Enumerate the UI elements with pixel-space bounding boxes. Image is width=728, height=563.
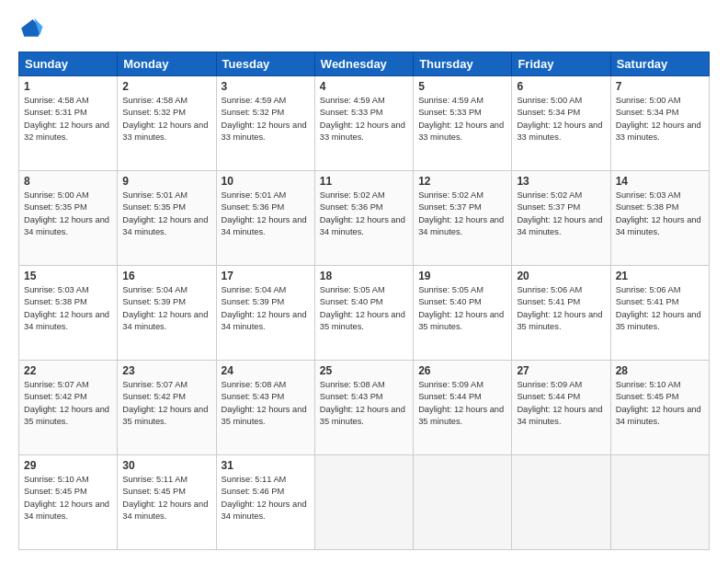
day-number: 28: [616, 364, 704, 377]
calendar-cell: 27Sunrise: 5:09 AMSunset: 5:44 PMDayligh…: [512, 361, 610, 455]
day-info: Sunrise: 5:02 AMSunset: 5:37 PMDaylight:…: [517, 190, 605, 239]
day-info: Sunrise: 5:04 AMSunset: 5:39 PMDaylight:…: [122, 284, 210, 334]
day-info: Sunrise: 4:59 AMSunset: 5:33 PMDaylight:…: [418, 95, 506, 144]
day-info: Sunrise: 5:05 AMSunset: 5:40 PMDaylight:…: [320, 284, 408, 334]
day-info: Sunrise: 5:00 AMSunset: 5:34 PMDaylight:…: [616, 95, 704, 144]
day-number: 12: [418, 175, 506, 188]
calendar-cell: [314, 455, 413, 550]
header: [18, 17, 710, 42]
calendar-cell: 3Sunrise: 4:59 AMSunset: 5:32 PMDaylight…: [216, 76, 314, 171]
day-number: 10: [222, 175, 310, 188]
day-number: 15: [24, 270, 112, 282]
day-info: Sunrise: 5:11 AMSunset: 5:45 PMDaylight:…: [122, 474, 210, 523]
calendar-cell: 22Sunrise: 5:07 AMSunset: 5:42 PMDayligh…: [19, 361, 118, 455]
day-number: 16: [122, 270, 210, 282]
calendar-cell: 29Sunrise: 5:10 AMSunset: 5:45 PMDayligh…: [19, 455, 118, 550]
calendar-cell: [610, 455, 709, 550]
day-info: Sunrise: 5:03 AMSunset: 5:38 PMDaylight:…: [616, 190, 704, 239]
calendar-cell: 21Sunrise: 5:06 AMSunset: 5:41 PMDayligh…: [610, 266, 709, 361]
day-number: 3: [222, 80, 310, 93]
day-info: Sunrise: 5:07 AMSunset: 5:42 PMDaylight:…: [122, 379, 210, 429]
day-info: Sunrise: 5:08 AMSunset: 5:43 PMDaylight:…: [222, 379, 310, 429]
day-info: Sunrise: 5:00 AMSunset: 5:34 PMDaylight:…: [517, 95, 605, 144]
day-number: 20: [517, 270, 605, 282]
day-number: 13: [517, 175, 605, 188]
calendar-cell: 5Sunrise: 4:59 AMSunset: 5:33 PMDaylight…: [414, 76, 512, 171]
calendar-cell: 15Sunrise: 5:03 AMSunset: 5:38 PMDayligh…: [19, 266, 118, 361]
day-info: Sunrise: 5:09 AMSunset: 5:44 PMDaylight:…: [418, 379, 506, 429]
day-number: 17: [222, 270, 310, 282]
day-info: Sunrise: 5:11 AMSunset: 5:46 PMDaylight:…: [222, 474, 310, 523]
calendar: SundayMondayTuesdayWednesdayThursdayFrid…: [18, 52, 710, 550]
day-number: 18: [320, 270, 408, 282]
day-info: Sunrise: 4:59 AMSunset: 5:32 PMDaylight:…: [222, 95, 310, 144]
calendar-cell: 26Sunrise: 5:09 AMSunset: 5:44 PMDayligh…: [414, 361, 512, 455]
day-number: 23: [122, 364, 210, 377]
day-number: 8: [24, 175, 112, 188]
logo: [18, 17, 48, 42]
weekday-header: Monday: [118, 52, 216, 76]
calendar-cell: 10Sunrise: 5:01 AMSunset: 5:36 PMDayligh…: [216, 171, 314, 266]
day-info: Sunrise: 5:06 AMSunset: 5:41 PMDaylight:…: [517, 284, 605, 334]
day-info: Sunrise: 5:09 AMSunset: 5:44 PMDaylight:…: [517, 379, 605, 429]
day-info: Sunrise: 5:00 AMSunset: 5:35 PMDaylight:…: [24, 190, 112, 239]
calendar-cell: 1Sunrise: 4:58 AMSunset: 5:31 PMDaylight…: [19, 76, 118, 171]
page: SundayMondayTuesdayWednesdayThursdayFrid…: [0, 0, 728, 563]
calendar-cell: 6Sunrise: 5:00 AMSunset: 5:34 PMDaylight…: [512, 76, 610, 171]
day-number: 14: [616, 175, 704, 188]
calendar-cell: 9Sunrise: 5:01 AMSunset: 5:35 PMDaylight…: [118, 171, 216, 266]
calendar-cell: 28Sunrise: 5:10 AMSunset: 5:45 PMDayligh…: [610, 361, 709, 455]
calendar-cell: [414, 455, 512, 550]
day-number: 9: [122, 175, 210, 188]
calendar-cell: 23Sunrise: 5:07 AMSunset: 5:42 PMDayligh…: [118, 361, 216, 455]
weekday-header: Friday: [512, 52, 610, 76]
day-number: 5: [418, 80, 506, 93]
day-info: Sunrise: 5:03 AMSunset: 5:38 PMDaylight:…: [24, 284, 112, 334]
calendar-cell: 8Sunrise: 5:00 AMSunset: 5:35 PMDaylight…: [19, 171, 118, 266]
calendar-cell: 2Sunrise: 4:58 AMSunset: 5:32 PMDaylight…: [118, 76, 216, 171]
day-info: Sunrise: 5:04 AMSunset: 5:39 PMDaylight:…: [222, 284, 310, 334]
day-info: Sunrise: 5:02 AMSunset: 5:36 PMDaylight:…: [320, 190, 408, 239]
day-number: 21: [616, 270, 704, 282]
calendar-cell: 25Sunrise: 5:08 AMSunset: 5:43 PMDayligh…: [314, 361, 413, 455]
day-number: 31: [222, 459, 310, 472]
weekday-header: Wednesday: [314, 52, 413, 76]
day-info: Sunrise: 4:59 AMSunset: 5:33 PMDaylight:…: [320, 95, 408, 144]
day-info: Sunrise: 4:58 AMSunset: 5:31 PMDaylight:…: [24, 95, 112, 144]
day-number: 27: [517, 364, 605, 377]
calendar-cell: 17Sunrise: 5:04 AMSunset: 5:39 PMDayligh…: [216, 266, 314, 361]
day-info: Sunrise: 5:07 AMSunset: 5:42 PMDaylight:…: [24, 379, 112, 429]
calendar-cell: 16Sunrise: 5:04 AMSunset: 5:39 PMDayligh…: [118, 266, 216, 361]
day-info: Sunrise: 5:06 AMSunset: 5:41 PMDaylight:…: [616, 284, 704, 334]
weekday-header: Tuesday: [216, 52, 314, 76]
weekday-header: Sunday: [19, 52, 118, 76]
weekday-header: Thursday: [414, 52, 512, 76]
day-info: Sunrise: 5:10 AMSunset: 5:45 PMDaylight:…: [616, 379, 704, 429]
day-number: 24: [222, 364, 310, 377]
calendar-cell: 11Sunrise: 5:02 AMSunset: 5:36 PMDayligh…: [314, 171, 413, 266]
day-number: 26: [418, 364, 506, 377]
weekday-header: Saturday: [610, 52, 709, 76]
calendar-cell: 19Sunrise: 5:05 AMSunset: 5:40 PMDayligh…: [414, 266, 512, 361]
day-info: Sunrise: 5:01 AMSunset: 5:35 PMDaylight:…: [122, 190, 210, 239]
calendar-cell: 7Sunrise: 5:00 AMSunset: 5:34 PMDaylight…: [610, 76, 709, 171]
day-number: 2: [122, 80, 210, 93]
day-info: Sunrise: 4:58 AMSunset: 5:32 PMDaylight:…: [122, 95, 210, 144]
day-info: Sunrise: 5:02 AMSunset: 5:37 PMDaylight:…: [418, 190, 506, 239]
day-number: 19: [418, 270, 506, 282]
day-info: Sunrise: 5:05 AMSunset: 5:40 PMDaylight:…: [418, 284, 506, 334]
day-number: 4: [320, 80, 408, 93]
calendar-cell: 20Sunrise: 5:06 AMSunset: 5:41 PMDayligh…: [512, 266, 610, 361]
day-number: 25: [320, 364, 408, 377]
day-info: Sunrise: 5:01 AMSunset: 5:36 PMDaylight:…: [222, 190, 310, 239]
calendar-cell: 31Sunrise: 5:11 AMSunset: 5:46 PMDayligh…: [216, 455, 314, 550]
day-info: Sunrise: 5:10 AMSunset: 5:45 PMDaylight:…: [24, 474, 112, 523]
calendar-cell: 30Sunrise: 5:11 AMSunset: 5:45 PMDayligh…: [118, 455, 216, 550]
day-number: 29: [24, 459, 112, 472]
day-info: Sunrise: 5:08 AMSunset: 5:43 PMDaylight:…: [320, 379, 408, 429]
day-number: 7: [616, 80, 704, 93]
calendar-cell: 24Sunrise: 5:08 AMSunset: 5:43 PMDayligh…: [216, 361, 314, 455]
calendar-cell: 18Sunrise: 5:05 AMSunset: 5:40 PMDayligh…: [314, 266, 413, 361]
calendar-cell: [512, 455, 610, 550]
day-number: 1: [24, 80, 112, 93]
